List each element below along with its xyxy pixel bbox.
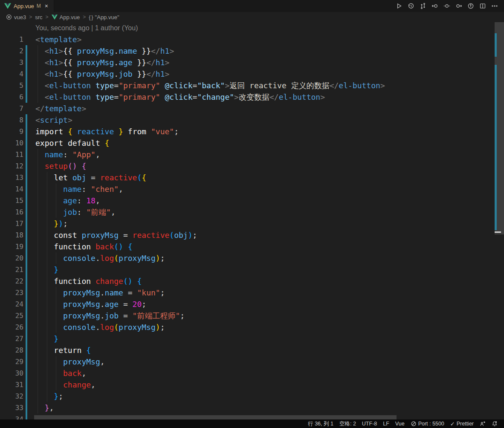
git-modified-gutter-indicator[interactable]: [26, 206, 27, 218]
git-modified-gutter-indicator[interactable]: [26, 367, 27, 379]
code-text[interactable]: </template>: [35, 103, 86, 114]
code-line[interactable]: 30 back,: [0, 367, 504, 379]
git-modified-gutter-indicator[interactable]: [26, 160, 27, 172]
code-line[interactable]: 19 function back() {: [0, 241, 504, 252]
code-text[interactable]: back,: [35, 367, 86, 379]
line-number[interactable]: 25: [0, 310, 23, 321]
line-number[interactable]: 3: [0, 57, 23, 68]
code-line[interactable]: 16 job: "前端",: [0, 206, 504, 218]
code-text[interactable]: });: [35, 218, 68, 229]
breadcrumb-item-src[interactable]: src: [35, 14, 42, 20]
code-text[interactable]: return {: [35, 344, 91, 356]
tab-app-vue[interactable]: App.vue M ×: [0, 0, 54, 12]
code-text[interactable]: },: [35, 402, 54, 414]
code-line[interactable]: 17 });: [0, 218, 504, 229]
line-number[interactable]: 2: [0, 45, 23, 57]
line-number[interactable]: 13: [0, 172, 23, 183]
git-modified-gutter-indicator[interactable]: [26, 45, 27, 57]
code-text[interactable]: <h1>{{ proxyMsg.job }}</h1>: [35, 68, 169, 80]
line-number[interactable]: 16: [0, 206, 23, 218]
code-text[interactable]: let obj = reactive({: [35, 172, 146, 183]
gauge-icon[interactable]: [466, 1, 476, 11]
line-number[interactable]: 28: [0, 344, 23, 356]
code-line[interactable]: 32 };: [0, 390, 504, 402]
code-text[interactable]: proxyMsg.job = "前端工程师";: [35, 310, 185, 321]
code-line[interactable]: 1<template>: [0, 34, 504, 45]
line-number[interactable]: 31: [0, 379, 23, 390]
code-line[interactable]: 5 <el-button type="primary" @click="back…: [0, 80, 504, 91]
code-line[interactable]: 31 change,: [0, 379, 504, 390]
encoding-setting[interactable]: UTF-8: [359, 419, 380, 428]
git-modified-gutter-indicator[interactable]: [26, 149, 27, 160]
git-modified-gutter-indicator[interactable]: [26, 310, 27, 321]
code-line[interactable]: 27 }: [0, 333, 504, 344]
breadcrumb-item-vue3[interactable]: vue3: [14, 14, 26, 20]
line-number[interactable]: 18: [0, 229, 23, 241]
vertical-scrollbar[interactable]: [495, 22, 504, 420]
line-number[interactable]: 30: [0, 367, 23, 379]
language-mode[interactable]: Vue: [392, 419, 408, 428]
line-number[interactable]: 20: [0, 252, 23, 264]
line-number[interactable]: 15: [0, 195, 23, 206]
code-line[interactable]: 12 setup() {: [0, 160, 504, 172]
cursor-position[interactable]: 行 36, 列 1: [305, 419, 336, 428]
code-line[interactable]: 33 },: [0, 402, 504, 414]
line-number[interactable]: 23: [0, 287, 23, 298]
git-modified-gutter-indicator[interactable]: [26, 183, 27, 195]
timeline-history-icon[interactable]: [406, 1, 416, 11]
code-text[interactable]: const proxyMsg = reactive(obj);: [35, 229, 197, 241]
code-editor[interactable]: You, seconds ago | 1 author (You) 1<temp…: [0, 22, 504, 420]
git-modified-gutter-indicator[interactable]: [26, 333, 27, 344]
more-actions-icon[interactable]: [490, 1, 500, 11]
code-text[interactable]: age: 18,: [35, 195, 100, 206]
git-modified-gutter-indicator[interactable]: [26, 241, 27, 252]
git-modified-gutter-indicator[interactable]: [26, 264, 27, 275]
previous-change-icon[interactable]: [430, 1, 440, 11]
code-text[interactable]: <script>: [35, 114, 72, 126]
git-modified-gutter-indicator[interactable]: [26, 172, 27, 183]
code-line[interactable]: 2 <h1>{{ proxyMsg.name }}</h1>: [0, 45, 504, 57]
code-line[interactable]: 14 name: "chen",: [0, 183, 504, 195]
line-number[interactable]: 26: [0, 321, 23, 333]
code-text[interactable]: <h1>{{ proxyMsg.name }}</h1>: [35, 45, 174, 57]
git-modified-gutter-indicator[interactable]: [26, 414, 27, 420]
git-modified-gutter-indicator[interactable]: [26, 321, 27, 333]
code-line[interactable]: 3 <h1>{{ proxyMsg.age }}</h1>: [0, 57, 504, 68]
code-text[interactable]: setup() {: [35, 160, 86, 172]
git-modified-gutter-indicator[interactable]: [26, 68, 27, 80]
code-text[interactable]: }: [35, 264, 58, 275]
code-line[interactable]: 4 <h1>{{ proxyMsg.job }}</h1>: [0, 68, 504, 80]
code-text[interactable]: <template>: [35, 34, 81, 45]
line-number[interactable]: 22: [0, 275, 23, 287]
code-line[interactable]: 15 age: 18,: [0, 195, 504, 206]
code-text[interactable]: console.log(proxyMsg);: [35, 321, 165, 333]
line-number[interactable]: 12: [0, 160, 23, 172]
line-number[interactable]: 7: [0, 103, 23, 114]
code-text[interactable]: proxyMsg,: [35, 356, 105, 367]
code-text[interactable]: function back() {: [35, 241, 133, 252]
code-text[interactable]: console.log(proxyMsg);: [35, 252, 165, 264]
code-text[interactable]: <el-button type="primary" @click="change…: [35, 91, 325, 103]
live-server-port[interactable]: Port : 5500: [408, 419, 447, 428]
git-modified-gutter-indicator[interactable]: [26, 275, 27, 287]
next-change-icon[interactable]: [454, 1, 464, 11]
git-modified-gutter-indicator[interactable]: [26, 344, 27, 356]
code-text[interactable]: };: [35, 390, 63, 402]
code-text[interactable]: proxyMsg.age = 20;: [35, 298, 146, 310]
code-text[interactable]: import { reactive } from "vue";: [35, 126, 179, 137]
git-modified-gutter-indicator[interactable]: [26, 137, 27, 149]
dash-circle-icon[interactable]: [442, 1, 452, 11]
line-number[interactable]: 9: [0, 126, 23, 137]
line-number[interactable]: 17: [0, 218, 23, 229]
line-number[interactable]: 1: [0, 34, 23, 45]
split-editor-icon[interactable]: [478, 1, 488, 11]
notifications-bell-icon[interactable]: [489, 419, 501, 428]
code-line[interactable]: 8<script>: [0, 114, 504, 126]
code-line[interactable]: 23 proxyMsg.name = "kun";: [0, 287, 504, 298]
code-text[interactable]: job: "前端",: [35, 206, 116, 218]
line-number[interactable]: 29: [0, 356, 23, 367]
line-number[interactable]: 5: [0, 80, 23, 91]
line-number[interactable]: 21: [0, 264, 23, 275]
close-icon[interactable]: ×: [43, 3, 49, 9]
git-modified-gutter-indicator[interactable]: [26, 356, 27, 367]
